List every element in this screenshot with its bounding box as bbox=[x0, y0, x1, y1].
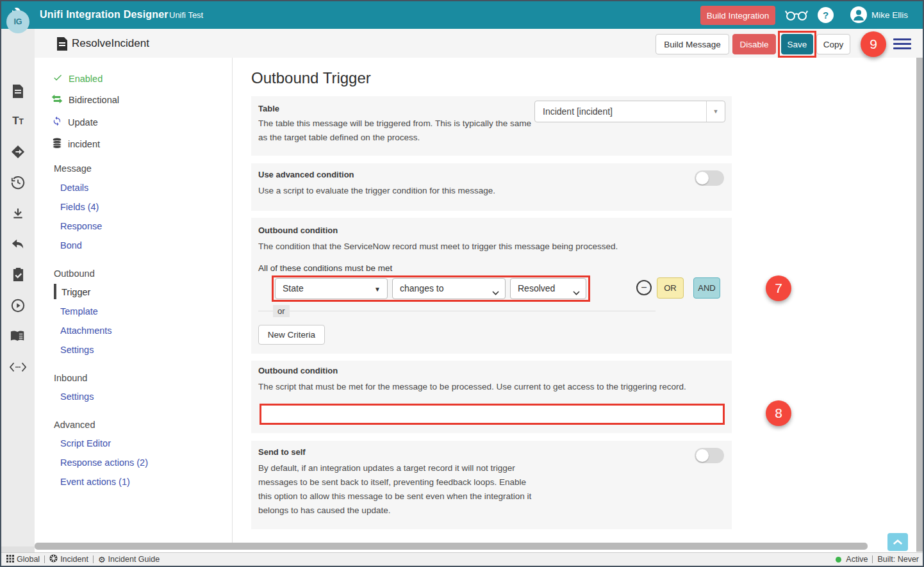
annotation-step-8: 8 bbox=[766, 400, 791, 426]
copy-button[interactable]: Copy bbox=[816, 34, 850, 54]
update-label: Update bbox=[68, 117, 98, 127]
disable-button[interactable]: Disable bbox=[732, 34, 776, 54]
integration-avatar[interactable]: IG bbox=[6, 10, 29, 33]
user-name[interactable]: Mike Ellis bbox=[871, 10, 908, 20]
glasses-icon[interactable] bbox=[785, 7, 808, 25]
separator bbox=[93, 555, 94, 563]
new-criteria-button[interactable]: New Criteria bbox=[258, 325, 325, 345]
table-label: Table bbox=[258, 104, 279, 113]
sidebar-item-attachments[interactable]: Attachments bbox=[60, 325, 112, 336]
directions-icon[interactable] bbox=[1, 142, 35, 161]
play-circle-icon[interactable] bbox=[1, 296, 35, 315]
send-to-self-description: By default, if an integration updates a … bbox=[258, 461, 540, 518]
active-item-indicator bbox=[54, 284, 56, 299]
annotation-step-9: 9 bbox=[861, 31, 886, 57]
sidebar-item-template[interactable]: Template bbox=[60, 306, 98, 316]
sidebar-item-response[interactable]: Response bbox=[60, 221, 102, 231]
condition-value-select[interactable]: Resolved bbox=[510, 278, 586, 299]
incident-label: incident bbox=[68, 139, 100, 149]
record-title: ResolveIncident bbox=[72, 37, 149, 50]
save-button[interactable]: Save bbox=[781, 34, 813, 54]
and-button[interactable]: AND bbox=[693, 277, 720, 299]
menu-icon[interactable] bbox=[893, 38, 911, 52]
build-integration-button[interactable]: Build Integration bbox=[700, 6, 775, 25]
sidebar-item-event-actions[interactable]: Event actions (1) bbox=[60, 477, 130, 487]
sidebar-item-bond[interactable]: Bond bbox=[60, 240, 82, 251]
vertical-scrollbar[interactable] bbox=[916, 58, 923, 552]
outbound-condition-description: The condition that the ServiceNow record… bbox=[258, 240, 656, 254]
sidebar-item-update[interactable]: Update bbox=[52, 116, 98, 128]
bidirectional-label: Bidirectional bbox=[69, 95, 119, 105]
sidebar-item-outbound-settings[interactable]: Settings bbox=[60, 345, 94, 355]
sidebar-item-bidirectional[interactable]: Bidirectional bbox=[51, 94, 119, 106]
gear-icon: ⚙ bbox=[98, 555, 106, 564]
incident-process-icon bbox=[49, 554, 58, 564]
sidebar-item-details[interactable]: Details bbox=[60, 183, 88, 193]
condition-field-value: State bbox=[283, 283, 304, 293]
check-icon bbox=[53, 72, 63, 85]
message-document-icon bbox=[56, 37, 68, 53]
nav-section-outbound: Outbound bbox=[54, 268, 95, 279]
database-icon bbox=[52, 138, 62, 151]
reply-icon[interactable] bbox=[1, 234, 35, 254]
table-select-value: Incident [incident] bbox=[543, 106, 613, 117]
or-button[interactable]: OR bbox=[657, 277, 684, 299]
global-label: Global bbox=[17, 555, 40, 564]
advanced-condition-toggle[interactable] bbox=[695, 170, 724, 186]
horizontal-scrollbar[interactable] bbox=[35, 543, 868, 550]
task-check-icon[interactable] bbox=[1, 265, 35, 284]
sidebar-item-script-editor[interactable]: Script Editor bbox=[60, 438, 111, 448]
send-to-self-toggle[interactable] bbox=[695, 448, 724, 463]
swap-arrows-icon bbox=[51, 94, 63, 106]
sidebar-item-fields[interactable]: Fields (4) bbox=[60, 202, 99, 212]
sidebar-item-inbound-settings[interactable]: Settings bbox=[60, 391, 94, 402]
or-divider-label: or bbox=[273, 305, 290, 317]
user-avatar[interactable] bbox=[850, 6, 867, 23]
active-status-label: Active bbox=[846, 555, 868, 564]
workspace-name: Unifi Test bbox=[169, 10, 203, 20]
script-condition-input[interactable] bbox=[260, 404, 725, 425]
app-header: Unifi Integration Designer Unifi Test Bu… bbox=[1, 1, 923, 29]
download-icon[interactable] bbox=[1, 204, 35, 223]
history-icon[interactable] bbox=[1, 173, 35, 192]
advanced-condition-description: Use a script to evaluate the trigger con… bbox=[258, 184, 617, 198]
incident-process-item[interactable]: Incident bbox=[49, 554, 88, 564]
caret-down-icon: ▼ bbox=[706, 101, 725, 122]
page-title: Outbound Trigger bbox=[251, 69, 371, 87]
condition-operator-select[interactable]: changes to bbox=[392, 278, 506, 299]
global-scope-item[interactable]: Global bbox=[6, 555, 40, 564]
nav-section-advanced: Advanced bbox=[54, 420, 95, 430]
status-bar: Global Incident ⚙ Incident Guide Active … bbox=[1, 552, 923, 566]
book-icon[interactable] bbox=[1, 327, 35, 346]
sidebar-item-response-actions[interactable]: Response actions (2) bbox=[60, 457, 148, 468]
table-card: Table The table this message will be tri… bbox=[251, 96, 732, 156]
annotation-step-7: 7 bbox=[766, 275, 791, 301]
sync-icon bbox=[52, 116, 62, 128]
condition-operator-value: changes to bbox=[400, 283, 444, 293]
scroll-to-top-button[interactable] bbox=[887, 533, 908, 551]
or-divider-line bbox=[258, 311, 656, 311]
build-message-button[interactable]: Build Message bbox=[656, 34, 729, 54]
outbound-condition-label: Outbound condition bbox=[258, 226, 338, 235]
document-icon[interactable] bbox=[1, 81, 35, 101]
text-format-icon[interactable]: TT bbox=[1, 111, 35, 131]
remove-condition-icon[interactable]: − bbox=[636, 280, 652, 295]
advanced-condition-label: Use advanced condition bbox=[258, 170, 354, 179]
condition-value-value: Resolved bbox=[518, 283, 555, 293]
condition-field-select[interactable]: State ▼ bbox=[275, 278, 388, 299]
separator bbox=[872, 555, 873, 563]
outbound-condition-card: Outbound condition The condition that th… bbox=[251, 218, 732, 354]
advanced-condition-card: Use advanced condition Use a script to e… bbox=[251, 163, 732, 211]
code-icon[interactable] bbox=[1, 357, 35, 377]
grid-icon bbox=[6, 555, 14, 564]
incident-process-label: Incident bbox=[60, 555, 88, 564]
sidebar-item-enabled[interactable]: Enabled bbox=[53, 72, 103, 85]
incident-guide-item[interactable]: ⚙ Incident Guide bbox=[98, 555, 160, 564]
caret-down-icon: ▼ bbox=[374, 286, 381, 293]
help-icon[interactable]: ? bbox=[818, 7, 834, 23]
table-select[interactable]: Incident [incident] ▼ bbox=[534, 101, 725, 122]
sidebar-item-trigger[interactable]: Trigger bbox=[62, 287, 90, 297]
chevron-down-icon bbox=[492, 287, 499, 297]
send-to-self-label: Send to self bbox=[258, 447, 306, 457]
sidebar-item-incident-table[interactable]: incident bbox=[52, 138, 100, 151]
